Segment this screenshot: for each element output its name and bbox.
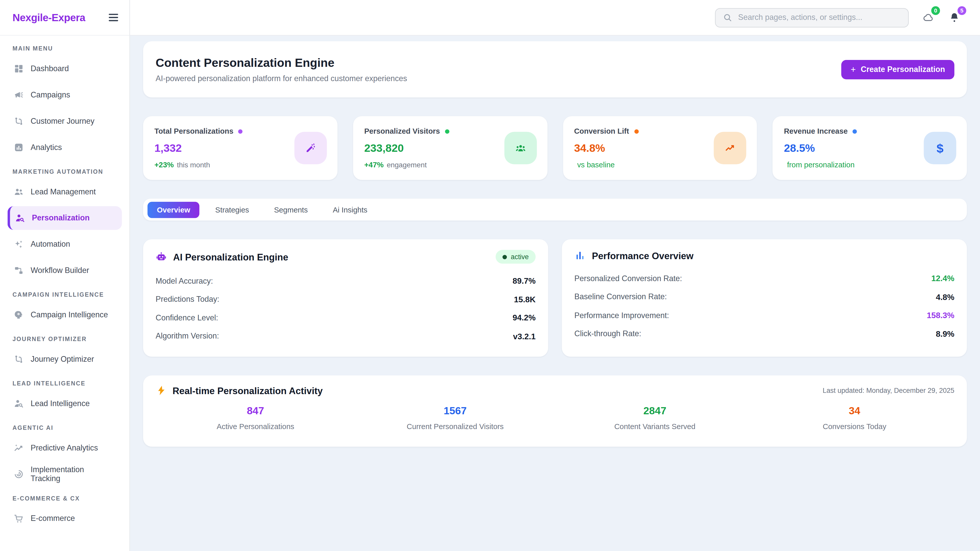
page-content: Content Personalization Engine AI-powere…: [130, 36, 980, 551]
tab-strategies[interactable]: Strategies: [206, 202, 259, 218]
magic-wand-icon: [305, 142, 316, 154]
nav-section-campaign-intelligence: CAMPAIGN INTELLIGENCE: [13, 291, 117, 298]
realtime-stats: 847 Active Personalizations 1567 Current…: [156, 405, 955, 431]
lightning-icon: [156, 385, 167, 396]
panel-header: Performance Overview: [574, 250, 955, 261]
cloud-badge: 0: [931, 6, 940, 15]
notifications-button[interactable]: 5: [948, 11, 961, 24]
status-dot: [853, 129, 857, 133]
metric-row: Confidence Level:94.2%: [156, 309, 536, 327]
nav-section-lead-intelligence: LEAD INTELLIGENCE: [13, 380, 117, 387]
route-icon: [14, 116, 24, 126]
sidebar-item-label: Personalization: [32, 214, 89, 222]
sidebar-item-label: Predictive Analytics: [30, 444, 98, 452]
realtime-activity-card: Real-time Personalization Activity Last …: [143, 375, 967, 447]
sidebar-item-label: E-commerce: [30, 514, 75, 523]
sidebar-item-campaigns[interactable]: Campaigns: [7, 83, 122, 107]
search-input[interactable]: [738, 13, 901, 22]
status-dot: [445, 129, 449, 133]
metric-row: Baseline Conversion Rate:4.8%: [574, 288, 955, 306]
users-group-icon: [515, 142, 526, 154]
global-search[interactable]: [715, 8, 909, 27]
sidebar: Nexgile-Expera MAIN MENU Dashboard Campa…: [0, 0, 130, 551]
stat-card-conversion-lift: Conversion Lift 34.8% vs baseline: [563, 116, 757, 180]
user-search-icon: [15, 213, 25, 223]
realtime-stat-current-visitors: 1567 Current Personalized Visitors: [355, 405, 555, 431]
tab-overview[interactable]: Overview: [148, 202, 200, 218]
sidebar-item-label: Analytics: [30, 143, 62, 152]
dollar-icon: $: [937, 141, 943, 155]
status-dot: [634, 129, 638, 133]
performance-panel: Performance Overview Personalized Conver…: [562, 239, 967, 357]
tab-ai-insights[interactable]: Ai Insights: [323, 202, 377, 218]
stat-card-total-personalizations: Total Personalizations 1,332 +23%this mo…: [143, 116, 337, 180]
stat-card-revenue-increase: Revenue Increase 28.5% from personalizat…: [773, 116, 967, 180]
realtime-label: Conversions Today: [755, 422, 954, 431]
page-title: Content Personalization Engine: [156, 56, 407, 70]
metric-row: Performance Improvement:158.3%: [574, 306, 955, 324]
realtime-title: Real-time Personalization Activity: [172, 385, 323, 396]
trending-up-icon: [724, 142, 736, 154]
sidebar-item-workflow-builder[interactable]: Workflow Builder: [7, 259, 122, 283]
bell-badge: 5: [958, 6, 966, 15]
sparkles-icon: [14, 239, 24, 249]
sidebar-item-ecommerce[interactable]: E-commerce: [7, 507, 122, 530]
page-header-card: Content Personalization Engine AI-powere…: [143, 41, 967, 97]
realtime-stat-content-variants: 2847 Content Variants Served: [555, 405, 755, 431]
sidebar-item-campaign-intelligence[interactable]: Campaign Intelligence: [7, 303, 122, 327]
realtime-header: Real-time Personalization Activity Last …: [156, 385, 955, 396]
sidebar-item-lead-management[interactable]: Lead Management: [7, 180, 122, 203]
sidebar-nav: MAIN MENU Dashboard Campaigns Customer J…: [0, 36, 129, 551]
tabs-bar: Overview Strategies Segments Ai Insights: [143, 199, 967, 221]
realtime-stat-conversions-today: 34 Conversions Today: [755, 405, 954, 431]
sync-status-button[interactable]: 0: [921, 11, 935, 24]
sidebar-item-analytics[interactable]: Analytics: [7, 135, 122, 159]
metric-row: Click-through Rate:8.9%: [574, 324, 955, 343]
workflow-icon: [14, 265, 24, 275]
sidebar-item-customer-journey[interactable]: Customer Journey: [7, 110, 122, 133]
topbar: 0 5: [130, 0, 980, 36]
panel-rows: Personalized Conversion Rate:12.4% Basel…: [574, 269, 955, 343]
overview-panels: AI Personalization Engine active Model A…: [143, 239, 967, 357]
realtime-stat-active-personalizations: 847 Active Personalizations: [156, 405, 355, 431]
trend-sparkle-icon: [14, 443, 24, 453]
create-personalization-button[interactable]: + Create Personalization: [841, 60, 954, 79]
sidebar-item-label: Workflow Builder: [30, 266, 89, 275]
stats-row: Total Personalizations 1,332 +23%this mo…: [143, 116, 967, 180]
realtime-value: 1567: [355, 405, 555, 417]
sidebar-item-implementation-tracking[interactable]: Implementation Tracking: [7, 462, 122, 486]
panel-title: AI Personalization Engine: [173, 251, 288, 262]
page-subtitle: AI-powered personalization platform for …: [156, 74, 407, 83]
create-personalization-label: Create Personalization: [861, 65, 945, 74]
sidebar-item-dashboard[interactable]: Dashboard: [7, 57, 122, 81]
head-gear-icon: [14, 310, 24, 320]
stat-icon-tile: [294, 132, 327, 164]
menu-toggle-icon[interactable]: [109, 11, 118, 24]
megaphone-icon: [14, 90, 24, 100]
realtime-value: 34: [755, 405, 954, 417]
metric-row: Personalized Conversion Rate:12.4%: [574, 269, 955, 288]
realtime-value: 2847: [555, 405, 755, 417]
stat-icon-tile: [714, 132, 746, 164]
sidebar-item-predictive-analytics[interactable]: Predictive Analytics: [7, 436, 122, 460]
sidebar-item-automation[interactable]: Automation: [7, 232, 122, 256]
sidebar-item-label: Journey Optimizer: [30, 355, 94, 364]
dashboard-icon: [14, 64, 24, 74]
nav-section-main-menu: MAIN MENU: [13, 45, 117, 52]
robot-icon: [156, 251, 167, 262]
status-dot: [503, 254, 507, 259]
sidebar-item-label: Automation: [30, 240, 70, 248]
main-area: 0 5 Content Personalization Engine AI-po…: [130, 0, 980, 551]
realtime-value: 847: [156, 405, 355, 417]
metric-row: Algorithm Version:v3.2.1: [156, 327, 536, 345]
sidebar-item-journey-optimizer[interactable]: Journey Optimizer: [7, 348, 122, 371]
sidebar-item-lead-intelligence[interactable]: Lead Intelligence: [7, 392, 122, 416]
sidebar-item-label: Campaigns: [30, 91, 70, 99]
user-search-icon: [14, 399, 24, 408]
route-icon: [14, 354, 24, 364]
stat-icon-tile: [504, 132, 536, 164]
sidebar-item-personalization[interactable]: Personalization: [7, 206, 122, 230]
status-dot: [239, 129, 243, 133]
brand-logo: Nexgile-Expera: [13, 11, 85, 24]
tab-segments[interactable]: Segments: [265, 202, 317, 218]
